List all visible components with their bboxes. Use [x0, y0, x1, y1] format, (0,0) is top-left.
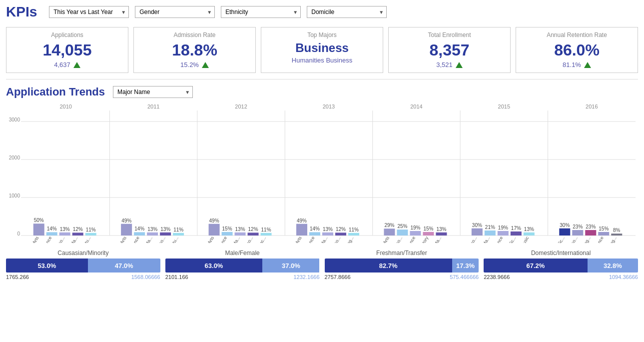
bottom-bar-left-0: 53.0%	[6, 258, 88, 272]
svg-rect-29	[134, 232, 145, 236]
svg-rect-26	[121, 224, 132, 236]
bottom-numbers-3: 2238.96661094.36666	[484, 274, 638, 280]
svg-rect-18	[72, 233, 83, 236]
gender-dropdown[interactable]: GenderMaleFemale	[135, 6, 215, 18]
bottom-num-right-1: 1232.1666	[294, 274, 320, 280]
svg-rect-55	[261, 233, 272, 236]
arrow-up-retention	[584, 62, 591, 68]
svg-rect-106	[524, 232, 535, 236]
kpi-sub-top-majors: Humanities Business	[292, 56, 352, 64]
svg-text:2000: 2000	[9, 155, 20, 160]
bottom-bar-3: 67.2%32.8%	[484, 258, 638, 272]
trends-header: Application Trends Major NameCollegeDepa…	[0, 82, 644, 100]
svg-rect-69	[335, 233, 346, 236]
svg-text:30%: 30%	[560, 222, 570, 228]
svg-text:15%: 15%	[222, 226, 232, 232]
svg-rect-120	[598, 232, 609, 236]
kpi-label-enrollment: Total Enrollment	[428, 32, 471, 38]
svg-rect-77	[384, 228, 395, 236]
kpi-main-admission: 18.8%	[172, 42, 217, 59]
svg-text:Finance: Finance	[592, 236, 605, 243]
header: KPIs This Year vs Last Year Last Year vs…	[0, 0, 644, 24]
trends-chart: 0 1000 2000 3000 201050%Liberal Arts14%F…	[6, 100, 638, 243]
svg-text:Liberal Arts: Liberal Arts	[112, 236, 127, 243]
kpi-label-top-majors: Top Majors	[307, 32, 337, 38]
svg-rect-83	[410, 231, 421, 236]
gender-dropdown-wrap[interactable]: GenderMaleFemale	[135, 6, 215, 18]
kpi-label-retention: Annual Retention Rate	[547, 32, 607, 38]
arrow-up-applications	[73, 62, 80, 68]
svg-rect-117	[585, 230, 596, 236]
ethnicity-dropdown-wrap[interactable]: EthnicityCaucasianMinority	[221, 6, 301, 18]
kpi-card-retention: Annual Retention Rate 86.0% 81.1%	[516, 27, 638, 73]
svg-text:Finance: Finance	[404, 236, 416, 243]
svg-text:Finance: Finance	[40, 236, 53, 243]
svg-text:13%: 13%	[436, 226, 446, 232]
domicile-dropdown-wrap[interactable]: DomicileDomesticInternational	[307, 6, 387, 18]
svg-text:13%: 13%	[147, 226, 157, 232]
kpi-title: KPIs	[6, 4, 37, 20]
kpi-main-applications: 14,055	[43, 42, 92, 59]
svg-text:Liberal Arts: Liberal Arts	[199, 236, 215, 243]
major-name-dropdown-wrap[interactable]: Major NameCollegeDepartment	[113, 86, 193, 98]
svg-text:8%: 8%	[613, 228, 621, 233]
svg-rect-60	[296, 224, 307, 236]
svg-text:19%: 19%	[410, 225, 420, 230]
domicile-dropdown[interactable]: DomicileDomesticInternational	[307, 6, 387, 18]
bottom-bar-left-1: 63.0%	[165, 258, 263, 272]
kpi-sub-enrollment: 3,521	[436, 61, 463, 68]
major-name-dropdown[interactable]: Major NameCollegeDepartment	[113, 86, 193, 98]
svg-text:50%: 50%	[34, 218, 44, 223]
svg-text:11%: 11%	[173, 227, 183, 232]
time-dropdown[interactable]: This Year vs Last Year Last Year vs Prio…	[49, 6, 129, 18]
svg-text:11%: 11%	[86, 227, 96, 232]
svg-text:2010: 2010	[59, 104, 71, 110]
ethnicity-dropdown[interactable]: EthnicityCaucasianMinority	[221, 6, 301, 18]
bottom-label-2: Freshman/Transfer	[376, 250, 427, 256]
svg-text:2016: 2016	[586, 104, 598, 110]
kpi-main-retention: 86.0%	[554, 42, 600, 59]
svg-rect-12	[46, 232, 57, 236]
bottom-bar-left-3: 67.2%	[484, 258, 587, 272]
svg-text:30%: 30%	[472, 222, 482, 228]
svg-text:14%: 14%	[310, 226, 320, 232]
svg-rect-9	[33, 224, 44, 236]
bottom-num-left-0: 1765.266	[6, 274, 29, 280]
kpi-sub-applications: 4,637	[54, 61, 80, 68]
svg-rect-32	[147, 232, 158, 236]
bottom-numbers-1: 2101.1661232.1666	[165, 274, 320, 280]
svg-text:21%: 21%	[485, 224, 495, 230]
kpi-sub-admission: 15.2%	[180, 61, 209, 68]
kpi-cards: Applications 14,055 4,637 Admission Rate…	[0, 24, 644, 76]
bottom-label-1: Male/Female	[225, 250, 259, 256]
bottom-bar-right-2: 17.3%	[452, 258, 479, 272]
time-dropdown-wrap[interactable]: This Year vs Last Year Last Year vs Prio…	[49, 6, 129, 18]
kpi-label-admission: Admission Rate	[173, 32, 215, 38]
svg-text:11%: 11%	[261, 227, 271, 232]
svg-text:49%: 49%	[209, 218, 219, 224]
svg-text:Finance: Finance	[492, 236, 504, 243]
svg-text:2014: 2014	[410, 104, 422, 110]
bottom-label-0: Causasian/Minority	[57, 250, 108, 256]
kpi-card-admission: Admission Rate 18.8% 15.2%	[133, 27, 256, 73]
svg-text:23%: 23%	[586, 224, 596, 230]
bottom-num-right-0: 1568.06666	[131, 274, 160, 280]
svg-text:49%: 49%	[121, 218, 131, 224]
svg-text:Liberal Arts: Liberal Arts	[375, 236, 390, 243]
svg-text:23%: 23%	[573, 224, 583, 230]
bottom-card-3: Domestic/International67.2%32.8%2238.966…	[484, 250, 638, 280]
svg-rect-111	[559, 228, 570, 236]
svg-rect-15	[59, 232, 70, 236]
svg-text:13%: 13%	[323, 226, 333, 232]
kpi-card-top-majors: Top Majors Business Humanities Business	[261, 27, 383, 73]
svg-rect-86	[423, 232, 434, 236]
svg-text:13%: 13%	[160, 226, 170, 232]
svg-text:12%: 12%	[248, 227, 258, 232]
svg-text:Human Reso...: Human Reso...	[459, 236, 478, 243]
bottom-bar-right-0: 47.0%	[88, 258, 160, 272]
bottom-label-3: Domestic/International	[531, 250, 591, 256]
bottom-card-0: Causasian/Minority53.0%47.0%1765.2661568…	[6, 250, 160, 280]
bottom-card-2: Freshman/Transfer82.7%17.3%2757.8666575.…	[325, 250, 479, 280]
svg-rect-123	[611, 234, 622, 236]
bottom-section: Causasian/Minority53.0%47.0%1765.2661568…	[0, 244, 644, 283]
